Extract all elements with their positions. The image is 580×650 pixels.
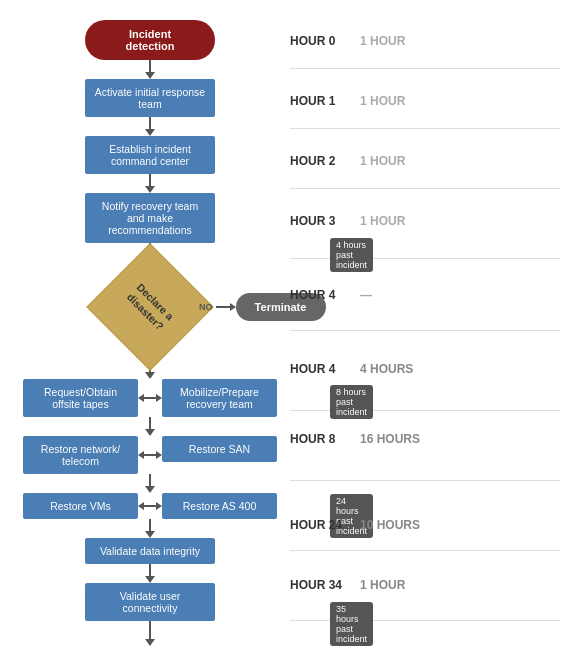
hour-3-label: HOUR 3 [290, 214, 350, 228]
hline-3 [144, 505, 156, 507]
parallel-row-1: Request/Obtain offsite tapes Mobilize/Pr… [20, 379, 280, 417]
arrow-5 [145, 417, 155, 436]
restore-vms-node: Restore VMs [23, 493, 138, 519]
badge-4hrs-text: 4 hours past incident [330, 238, 373, 272]
arrow-8 [145, 564, 155, 583]
arrow-3 [145, 174, 155, 193]
hour-row-1: HOUR 1 1 HOUR [290, 94, 405, 108]
restore-san-node: Restore SAN [162, 436, 277, 462]
no-hline [216, 306, 230, 308]
divider-8 [290, 550, 560, 551]
h-connector-1 [138, 379, 162, 417]
flow-side: Incident detection Activate initial resp… [0, 10, 290, 650]
hour-row-2: HOUR 2 1 HOUR [290, 154, 405, 168]
restore-net-node: Restore network/ telecom [23, 436, 138, 474]
divider-3 [290, 188, 560, 189]
flowchart-container: Incident detection Activate initial resp… [0, 0, 580, 650]
validate-user-node: Validate user connectivity [85, 583, 215, 621]
arrow-2 [145, 117, 155, 136]
hour-4a-value: — [360, 288, 372, 302]
hour-0-value: 1 HOUR [360, 34, 405, 48]
hour-24-value: 10 HOURS [360, 518, 420, 532]
divider-7 [290, 480, 560, 481]
notify-node: Notify recovery team and make recommenda… [85, 193, 215, 243]
hour-4a-label: HOUR 4 [290, 288, 350, 302]
hour-2-value: 1 HOUR [360, 154, 405, 168]
activate-node: Activate initial response team [85, 79, 215, 117]
flow-item-establish: Establish incident command center [20, 136, 280, 174]
hours-panel: HOUR 0 1 HOUR HOUR 1 1 HOUR HOUR 2 1 HOU… [290, 10, 580, 650]
no-arrow [230, 303, 236, 311]
hour-1-value: 1 HOUR [360, 94, 405, 108]
parallel-row-2: Restore network/ telecom Restore SAN [20, 436, 280, 474]
hour-row-34: HOUR 34 1 HOUR [290, 578, 405, 592]
flow-item-validate-user: Validate user connectivity [20, 583, 280, 621]
arrow-7 [145, 519, 155, 538]
diamond-label: Declare a disaster? [114, 271, 186, 343]
hour-1-label: HOUR 1 [290, 94, 350, 108]
badge-35hrs-text: 35 hours past incident [330, 602, 373, 646]
hour-row-24: HOUR 24 10 HOURS [290, 518, 420, 532]
col-right-1: Mobilize/Prepare recovery team [162, 379, 277, 417]
hline-2 [144, 454, 156, 456]
flow-item-notify: Notify recovery team and make recommenda… [20, 193, 280, 243]
hour-3-value: 1 HOUR [360, 214, 405, 228]
validate-data-node: Validate data integrity [85, 538, 215, 564]
hour-row-3: HOUR 3 1 HOUR [290, 214, 405, 228]
col-left-3: Restore VMs [23, 493, 138, 519]
hour-24-label: HOUR 24 [290, 518, 350, 532]
parallel-row-3: Restore VMs Restore AS 400 [20, 493, 280, 519]
hour-row-4a: HOUR 4 — [290, 288, 372, 302]
divider-2 [290, 128, 560, 129]
col-left-1: Request/Obtain offsite tapes [23, 379, 138, 417]
hour-8-value: 16 HOURS [360, 432, 420, 446]
arrow-9 [145, 621, 155, 646]
hour-34-value: 1 HOUR [360, 578, 405, 592]
h-connector-3 [138, 493, 162, 519]
h-connector-2 [138, 436, 162, 474]
col-left-2: Restore network/ telecom [23, 436, 138, 474]
no-label: NO [199, 302, 213, 312]
diamond-section: Declare a disaster? [105, 262, 195, 352]
hour-row-4b: HOUR 4 4 HOURS [290, 362, 413, 376]
request-node: Request/Obtain offsite tapes [23, 379, 138, 417]
flow-item-incident: Incident detection [20, 20, 280, 60]
arrow-6 [145, 474, 155, 493]
divider-5 [290, 330, 560, 331]
col-right-2: Restore SAN [162, 436, 277, 474]
establish-node: Establish incident command center [85, 136, 215, 174]
diamond-node: Declare a disaster? [86, 243, 213, 370]
yes-arrow [145, 372, 155, 379]
hour-34-label: HOUR 34 [290, 578, 350, 592]
badge-8hrs-text: 8 hours past incident [330, 385, 373, 419]
hour-row-8: HOUR 8 16 HOURS [290, 432, 420, 446]
hour-row-0: HOUR 0 1 HOUR [290, 34, 405, 48]
hour-8-label: HOUR 8 [290, 432, 350, 446]
diamond-row: Declare a disaster? NO Terminate [20, 262, 280, 352]
hour-0-label: HOUR 0 [290, 34, 350, 48]
hour-2-label: HOUR 2 [290, 154, 350, 168]
divider-1 [290, 68, 560, 69]
flow-item-validate-data: Validate data integrity [20, 538, 280, 564]
arrow-1 [145, 60, 155, 79]
hour-4b-label: HOUR 4 [290, 362, 350, 376]
restore-as400-node: Restore AS 400 [162, 493, 277, 519]
flow-item-activate: Activate initial response team [20, 79, 280, 117]
col-right-3: Restore AS 400 [162, 493, 277, 519]
hline-1 [144, 397, 156, 399]
incident-node: Incident detection [85, 20, 215, 60]
mobilize-node: Mobilize/Prepare recovery team [162, 379, 277, 417]
hour-4b-value: 4 HOURS [360, 362, 413, 376]
